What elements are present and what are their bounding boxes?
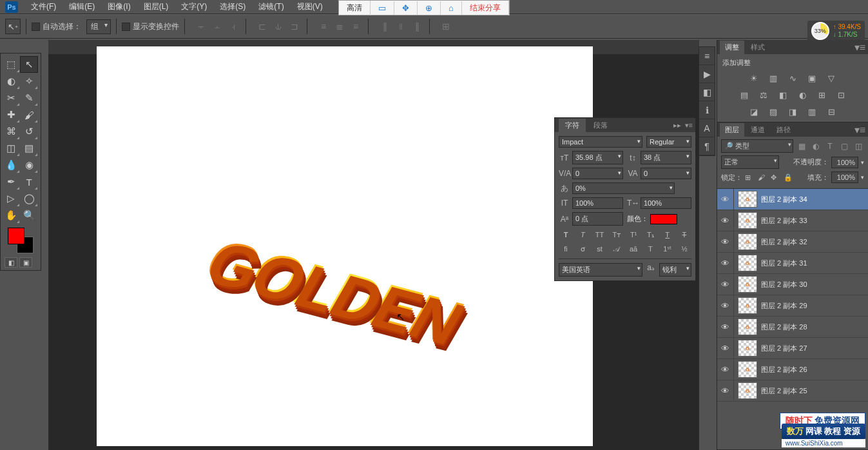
bw-icon[interactable]: ◧: [776, 88, 790, 101]
layer-name[interactable]: 图层 2 副本 31: [761, 259, 807, 268]
ligature-o-button[interactable]: ơ: [575, 243, 590, 255]
pen-tool[interactable]: ✒: [2, 173, 20, 190]
posterize-icon[interactable]: ▨: [766, 105, 780, 118]
baseline-input[interactable]: 0 点: [572, 212, 623, 226]
layer-item[interactable]: 👁G图层 2 副本 32: [717, 231, 868, 253]
auto-align-icon[interactable]: ⊞: [439, 19, 453, 34]
share-home-icon[interactable]: ⌂: [441, 1, 462, 15]
lock-all-icon[interactable]: 🔒: [784, 173, 794, 182]
visibility-icon[interactable]: 👁: [717, 274, 734, 295]
char-panel-icon[interactable]: A: [699, 119, 715, 137]
gradient-map-icon[interactable]: ▥: [805, 105, 819, 118]
stamp-tool[interactable]: ⌘: [2, 123, 20, 140]
hscale-input[interactable]: 100%: [641, 197, 691, 209]
share-move-icon[interactable]: ✥: [394, 1, 418, 15]
strikethrough-button[interactable]: T: [677, 229, 691, 240]
layer-name[interactable]: 图层 2 副本 32: [761, 237, 807, 247]
distribute-bottom-icon[interactable]: ≡: [349, 19, 363, 34]
distribute-left-icon[interactable]: ‖: [378, 19, 392, 34]
font-family-select[interactable]: Impact▾: [559, 136, 642, 148]
menu-view[interactable]: 视图(V): [291, 1, 329, 12]
layer-item[interactable]: 👁G图层 2 副本 30: [717, 274, 868, 295]
antialias-select[interactable]: 锐利▾: [659, 263, 691, 277]
layer-name[interactable]: 图层 2 副本 26: [761, 365, 807, 375]
filter-shape-icon[interactable]: ▢: [838, 141, 850, 152]
color-lookup-icon[interactable]: ⊡: [834, 88, 848, 101]
tab-styles[interactable]: 样式: [746, 41, 770, 54]
shape-tool[interactable]: ◯: [20, 190, 38, 207]
tab-paths[interactable]: 路径: [771, 123, 796, 137]
layer-item[interactable]: 👁G图层 2 副本 25: [717, 380, 868, 402]
heal-tool[interactable]: ✚: [2, 106, 20, 123]
show-transform-checkbox[interactable]: 显示变换控件: [122, 21, 179, 32]
auto-select-type-select[interactable]: 组: [86, 19, 111, 34]
text-color-swatch[interactable]: [650, 214, 677, 224]
channel-mixer-icon[interactable]: ⊞: [815, 88, 829, 101]
layer-name[interactable]: 图层 2 副本 25: [761, 386, 807, 396]
properties-panel-icon[interactable]: ◧: [699, 83, 715, 101]
swash-button[interactable]: 𝒜: [610, 243, 624, 255]
tab-paragraph[interactable]: 段落: [587, 119, 614, 132]
layer-item[interactable]: 👁G图层 2 副本 34: [717, 189, 868, 210]
layer-name[interactable]: 图层 2 副本 33: [761, 216, 807, 226]
lock-paint-icon[interactable]: 🖌: [758, 173, 768, 181]
visibility-icon[interactable]: 👁: [717, 189, 734, 210]
visibility-icon[interactable]: 👁: [717, 295, 734, 316]
tab-character[interactable]: 字符: [559, 119, 586, 132]
superscript-button[interactable]: T¹: [626, 229, 641, 240]
layer-thumbnail[interactable]: G: [738, 255, 757, 271]
layer-thumbnail[interactable]: G: [738, 340, 757, 357]
layer-thumbnail[interactable]: G: [738, 297, 757, 314]
color-swatches[interactable]: [8, 228, 34, 253]
invert-icon[interactable]: ◪: [747, 105, 761, 118]
lasso-tool[interactable]: ◐: [2, 73, 20, 90]
filter-adj-icon[interactable]: ◐: [810, 141, 822, 152]
ligature-st-button[interactable]: st: [593, 243, 607, 255]
align-hcenter-icon[interactable]: ⫝: [271, 19, 285, 34]
brightness-icon[interactable]: ☀: [747, 72, 761, 84]
share-end-button[interactable]: 结束分享: [462, 1, 509, 15]
visibility-icon[interactable]: 👁: [717, 338, 734, 358]
fill-input[interactable]: 100%: [831, 171, 858, 183]
font-style-select[interactable]: Regular▾: [646, 136, 691, 148]
info-panel-icon[interactable]: ℹ: [699, 101, 715, 119]
visibility-icon[interactable]: 👁: [717, 317, 734, 337]
layer-filter-select[interactable]: 🔎 类型▾: [721, 139, 793, 153]
type-tool[interactable]: T: [20, 173, 38, 190]
scale-input[interactable]: 0%▾: [572, 182, 675, 194]
levels-icon[interactable]: ▥: [766, 72, 780, 84]
layer-item[interactable]: 👁G图层 2 副本 31: [717, 253, 868, 274]
hand-tool[interactable]: ✋: [2, 207, 20, 224]
color-balance-icon[interactable]: ⚖: [757, 88, 771, 101]
layer-name[interactable]: 图层 2 副本 27: [761, 344, 807, 353]
align-top-icon[interactable]: ⫟: [194, 19, 208, 34]
move-tool[interactable]: ↖: [20, 56, 38, 73]
layer-thumbnail[interactable]: G: [738, 382, 757, 399]
kerning-input[interactable]: 0▾: [572, 168, 623, 179]
layer-thumbnail[interactable]: G: [738, 191, 757, 208]
layer-name[interactable]: 图层 2 副本 30: [761, 280, 807, 289]
visibility-icon[interactable]: 👁: [717, 380, 734, 401]
align-bottom-icon[interactable]: ⫞: [226, 19, 240, 34]
tab-channels[interactable]: 通道: [746, 123, 770, 137]
layer-item[interactable]: 👁G图层 2 副本 26: [717, 359, 868, 380]
move-tool-icon[interactable]: ↖+: [5, 19, 21, 34]
menu-type[interactable]: 文字(Y): [175, 1, 213, 12]
visibility-icon[interactable]: 👁: [717, 231, 734, 252]
share-zoom-icon[interactable]: ⊕: [418, 1, 441, 15]
lock-position-icon[interactable]: ✥: [771, 173, 781, 182]
font-size-input[interactable]: 35.98 点▾: [572, 151, 623, 164]
history-brush-tool[interactable]: ↺: [20, 123, 38, 140]
para-panel-icon[interactable]: ¶: [699, 137, 715, 155]
eraser-tool[interactable]: ◫: [2, 140, 20, 157]
tab-layers[interactable]: 图层: [720, 123, 744, 137]
layer-item[interactable]: 👁G图层 2 副本 33: [717, 210, 868, 231]
path-select-tool[interactable]: ▷: [2, 190, 20, 207]
layer-name[interactable]: 图层 2 副本 34: [761, 195, 807, 204]
underline-button[interactable]: T: [661, 229, 675, 240]
layer-name[interactable]: 图层 2 副本 29: [761, 301, 807, 311]
menu-filter[interactable]: 滤镜(T): [252, 1, 290, 12]
quick-mask-icon[interactable]: ◧: [5, 257, 17, 268]
menu-select[interactable]: 选择(S): [213, 1, 252, 12]
history-panel-icon[interactable]: ≡: [699, 47, 715, 65]
